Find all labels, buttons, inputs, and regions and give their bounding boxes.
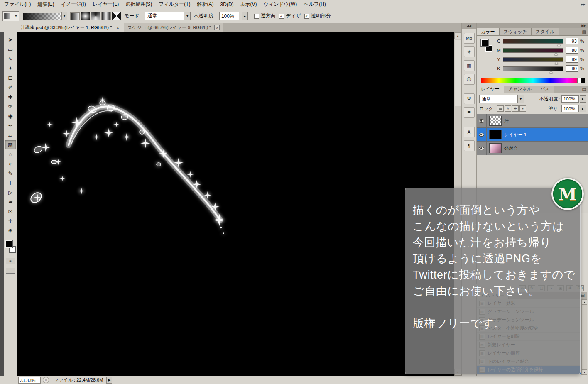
option-checkbox[interactable]: 逆方向 [254, 12, 276, 20]
color-spectrum-ramp[interactable] [481, 78, 585, 83]
tool-shape[interactable]: ▰ [5, 197, 16, 207]
tool-preset-picker[interactable]: ▼ [2, 11, 19, 21]
document-tab[interactable]: 汁講座.psd @ 33.3% (レイヤー 1, RGB/8#) * × [17, 23, 124, 32]
color-swatches[interactable] [5, 240, 16, 253]
tool-blur[interactable]: ◌ [5, 149, 16, 159]
channel-value-input[interactable]: 80 [566, 65, 578, 72]
scroll-up-icon[interactable]: ▲ [454, 32, 461, 39]
panel-tab[interactable]: チャンネル [504, 86, 536, 93]
dock-paragraph[interactable]: ¶ [464, 140, 475, 151]
visibility-toggle[interactable] [477, 114, 487, 127]
lock-transparent-pixels[interactable]: ▦ [497, 105, 504, 112]
dock-layer-comps[interactable]: ≣ [464, 107, 475, 118]
visibility-toggle[interactable] [477, 128, 487, 141]
tool-crop[interactable]: ⊡ [5, 73, 16, 83]
dock-info[interactable]: ⓘ [464, 74, 475, 85]
tool-clone-stamp[interactable]: ◉ [5, 111, 16, 121]
lock-image-pixels[interactable]: ✎ [505, 105, 511, 112]
dock-expand-icon[interactable]: ◀◀ [462, 23, 476, 29]
menu-overflow-icon[interactable]: ▶▶ [578, 0, 588, 9]
panel-tab[interactable]: スタイル [532, 28, 559, 35]
tool-move[interactable]: ➤ [5, 35, 16, 44]
panel-menu-icon[interactable]: ▤ [580, 28, 588, 35]
color-panel-swatch[interactable] [481, 39, 492, 52]
tool-magic-wand[interactable]: ✦ [5, 64, 16, 73]
lock-all[interactable]: ▪ [519, 105, 526, 112]
close-icon[interactable]: × [214, 25, 220, 30]
channel-slider[interactable] [503, 66, 564, 71]
diamond-gradient-type[interactable] [112, 12, 121, 20]
dock-mini-bridge[interactable]: Mb [464, 33, 475, 44]
tool-healing-brush[interactable]: ✚ [5, 92, 16, 102]
slider-thumb-icon[interactable] [557, 44, 561, 46]
layer-row[interactable]: レイヤー 1 [477, 128, 588, 142]
tool-hand[interactable]: ✛ [5, 216, 16, 226]
dock-histogram[interactable]: ▦ [464, 60, 475, 71]
option-checkbox[interactable]: 透明部分 [304, 12, 331, 20]
slider-thumb-icon[interactable] [549, 71, 553, 73]
canvas[interactable] [17, 32, 454, 376]
channel-slider[interactable] [503, 39, 564, 44]
document-tab[interactable]: スケジョ @ 66.7%(レイヤー 9, RGB/8) * × [124, 23, 223, 32]
tool-brush[interactable]: ✑ [5, 102, 16, 111]
radial-gradient-type[interactable] [81, 12, 90, 20]
tool-zoom[interactable]: ⊕ [5, 226, 16, 235]
panel-tab[interactable]: カラー [477, 28, 500, 35]
foreground-color-swatch[interactable] [5, 240, 12, 248]
layer-row[interactable]: 汁 [477, 114, 588, 128]
layer-thumbnail[interactable] [489, 130, 502, 139]
quick-mask-button[interactable]: ◙ [6, 258, 15, 264]
dock-navigator[interactable]: ✳ [464, 46, 475, 57]
menu-item[interactable]: 3D(D) [217, 0, 237, 9]
slider-thumb-icon[interactable] [555, 62, 558, 64]
channel-slider[interactable] [503, 48, 564, 53]
menu-item[interactable]: イメージ(I) [57, 0, 89, 9]
status-options-icon[interactable]: ▶ [106, 377, 112, 384]
layer-fill-spinner[interactable]: ▸ [580, 105, 586, 112]
menu-item[interactable]: 編集(E) [34, 0, 57, 9]
tool-eyedropper[interactable]: ✐ [5, 83, 16, 92]
layer-thumbnail[interactable] [489, 143, 502, 153]
screen-mode-button[interactable] [6, 268, 15, 274]
option-checkbox[interactable]: ディザ [279, 12, 301, 20]
history-scrollbar[interactable]: ▲ ▼ [581, 299, 587, 375]
scroll-down-icon[interactable]: ▼ [582, 369, 587, 375]
menu-item[interactable]: フィルター(T) [155, 0, 194, 9]
layer-fill-input[interactable]: 100% [561, 105, 579, 112]
menu-item[interactable]: レイヤー(L) [89, 0, 122, 9]
channel-value-input[interactable]: 89 [566, 56, 578, 63]
zoom-level-input[interactable]: 33.33% [18, 377, 41, 384]
panel-tab[interactable]: パス [536, 86, 554, 93]
menu-item[interactable]: 選択範囲(S) [122, 0, 155, 9]
gradient-picker-arrow[interactable]: ▼ [62, 12, 67, 20]
tool-lasso[interactable]: ∿ [5, 54, 16, 64]
angle-gradient-type[interactable] [91, 12, 100, 20]
tool-notes[interactable]: ✉ [5, 207, 16, 216]
layer-row[interactable]: 発射台 [477, 142, 588, 155]
foreground-swatch[interactable] [481, 39, 488, 46]
visibility-toggle[interactable] [477, 142, 487, 155]
dock-measurement[interactable]: Ψ [464, 93, 475, 104]
layer-thumbnail[interactable] [489, 116, 502, 126]
scroll-up-icon[interactable]: ▲ [582, 299, 587, 305]
tool-path-selection[interactable]: ▷ [5, 188, 16, 197]
lock-position[interactable]: ✛ [512, 105, 519, 112]
tool-dodge[interactable]: ◐ [5, 159, 16, 169]
channel-value-input[interactable]: 93 [566, 38, 578, 44]
panel-collapse-icon[interactable]: ▶▶ [477, 23, 588, 28]
gradient-preview[interactable] [22, 12, 62, 20]
layer-opacity-spinner[interactable]: ▸ [580, 95, 586, 103]
vertical-scroll-thumb[interactable] [455, 40, 461, 106]
tool-history-brush[interactable]: ✒ [5, 121, 16, 130]
tool-rectangular-marquee[interactable]: ▭ [5, 44, 16, 54]
tool-type[interactable]: T [5, 178, 16, 188]
dock-character[interactable]: A [464, 127, 475, 137]
menu-item[interactable]: 解析(A) [194, 0, 217, 9]
opacity-spinner[interactable]: ▸ [242, 12, 248, 20]
tool-gradient[interactable]: ▨ [5, 140, 16, 149]
tool-eraser[interactable]: ▱ [5, 130, 16, 140]
opacity-input[interactable]: 100% [219, 12, 239, 20]
layer-opacity-input[interactable]: 100% [561, 95, 579, 103]
layer-blend-mode-select[interactable]: 通常 ▼ [479, 95, 524, 103]
menu-item[interactable]: ヘルプ(H) [300, 0, 329, 9]
